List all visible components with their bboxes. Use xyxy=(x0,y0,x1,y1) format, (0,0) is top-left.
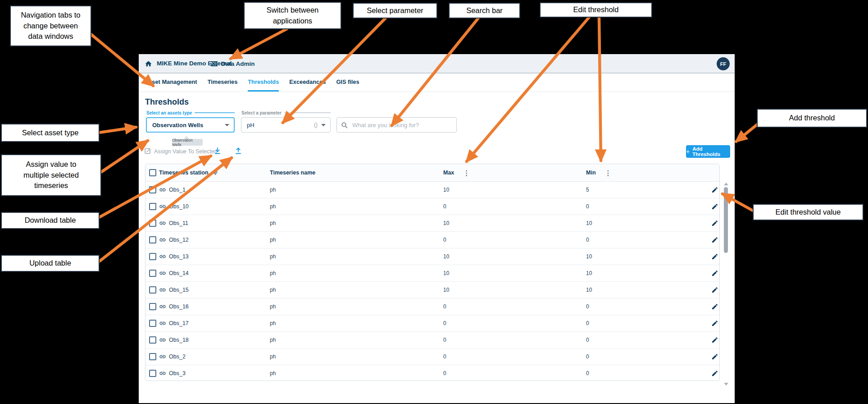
edit-pencil-icon[interactable] xyxy=(711,353,718,360)
tab-thresholds[interactable]: Thresholds xyxy=(248,73,279,92)
table-row: Obs_2 ph 0 0 xyxy=(145,349,719,365)
edit-pencil-icon[interactable] xyxy=(711,270,718,277)
link-icon[interactable] xyxy=(159,370,166,377)
callout-select-parameter: Select parameter xyxy=(353,3,437,18)
row-checkbox[interactable] xyxy=(149,336,156,344)
row-checkbox[interactable] xyxy=(149,236,156,243)
sort-icon[interactable] xyxy=(212,170,218,176)
row-checkbox[interactable] xyxy=(149,270,156,277)
scrollbar-thumb[interactable] xyxy=(724,187,728,253)
edit-pencil-icon[interactable] xyxy=(711,303,718,310)
avatar[interactable]: FF xyxy=(717,57,730,70)
download-icon[interactable] xyxy=(214,147,221,155)
tooltip: Observation Wells xyxy=(172,139,203,146)
station-cell: Obs_15 xyxy=(169,282,189,298)
link-icon[interactable] xyxy=(159,303,166,310)
workspace-title: MIKE Mine Demo External xyxy=(157,54,232,73)
edit-pencil-icon[interactable] xyxy=(711,236,718,243)
row-checkbox[interactable] xyxy=(149,370,156,377)
row-checkbox[interactable] xyxy=(149,303,156,310)
tab-asset-management[interactable]: Asset Management xyxy=(145,73,197,92)
row-checkbox[interactable] xyxy=(149,286,156,294)
max-cell: 0 xyxy=(443,332,446,349)
link-icon[interactable] xyxy=(159,203,166,210)
max-cell: 10 xyxy=(443,182,449,198)
search-box xyxy=(336,117,457,133)
scroll-down-icon[interactable] xyxy=(724,383,728,386)
current-app-name[interactable]: Data Admin xyxy=(221,54,255,73)
link-icon[interactable] xyxy=(159,236,166,243)
max-cell: 0 xyxy=(443,298,446,315)
edit-pencil-icon[interactable] xyxy=(711,286,718,294)
edit-pencil-icon[interactable] xyxy=(711,320,718,327)
max-cell: 0 xyxy=(443,232,446,248)
table-row: Obs_11 ph 10 10 xyxy=(145,215,719,232)
station-cell: Obs_11 xyxy=(169,215,188,232)
name-cell: ph xyxy=(270,332,276,349)
select-all-checkbox[interactable] xyxy=(149,169,156,176)
min-cell: 0 xyxy=(586,315,589,332)
tab-timeseries[interactable]: Timeseries xyxy=(208,73,238,92)
tab-exceedances[interactable]: Exceedances xyxy=(289,73,326,92)
edit-pencil-icon[interactable] xyxy=(711,336,718,344)
upload-icon[interactable] xyxy=(235,147,242,155)
row-checkbox[interactable] xyxy=(149,220,156,227)
link-icon[interactable] xyxy=(159,286,166,294)
asset-type-select[interactable]: Observation Wells xyxy=(146,117,235,133)
link-icon[interactable] xyxy=(159,270,166,277)
column-min[interactable]: Min ⋮ xyxy=(586,164,612,182)
callout-download-table: Download table xyxy=(1,212,100,229)
table-row: Obs_16 ph 0 0 xyxy=(145,298,719,315)
name-cell: ph xyxy=(270,182,276,198)
table-row: Obs_3 ph 0 0 xyxy=(145,365,719,381)
home-icon[interactable] xyxy=(145,60,152,68)
min-cell: 0 xyxy=(586,232,589,248)
min-cell: 0 xyxy=(586,349,589,365)
min-cell: 5 xyxy=(586,182,589,198)
link-icon[interactable] xyxy=(159,353,166,360)
min-cell: 10 xyxy=(586,248,592,265)
callout-upload-table: Upload table xyxy=(1,255,100,272)
kebab-menu-icon[interactable]: ⋮ xyxy=(463,170,470,176)
menu-icon[interactable] xyxy=(211,61,218,68)
table-scrollbar xyxy=(723,181,729,387)
table-body: Obs_1 ph 10 5 Obs_10 ph 0 0 Obs_11 ph 10… xyxy=(145,182,719,381)
thresholds-table: Timeseries station Timeseries name Max ⋮… xyxy=(145,164,720,381)
name-cell: ph xyxy=(270,298,276,315)
parameter-select[interactable]: pH () xyxy=(241,117,331,133)
edit-pencil-icon[interactable] xyxy=(711,186,718,193)
max-cell: 0 xyxy=(443,315,446,332)
column-max[interactable]: Max ⋮ xyxy=(443,164,470,182)
link-icon[interactable] xyxy=(159,320,166,327)
edit-pencil-icon[interactable] xyxy=(711,253,718,260)
edit-pencil-icon[interactable] xyxy=(711,220,718,227)
tab-gis-files[interactable]: GIS files xyxy=(336,73,359,92)
max-cell: 10 xyxy=(443,248,449,265)
min-cell: 0 xyxy=(586,298,589,315)
link-icon[interactable] xyxy=(159,336,166,344)
scroll-up-icon[interactable] xyxy=(724,183,728,185)
search-input[interactable] xyxy=(351,119,453,130)
add-thresholds-button[interactable]: + Add Thresholds xyxy=(686,145,730,158)
row-checkbox[interactable] xyxy=(149,253,156,260)
link-icon[interactable] xyxy=(159,220,166,227)
edit-pencil-icon[interactable] xyxy=(711,370,718,377)
column-timeseries-name[interactable]: Timeseries name xyxy=(270,164,315,182)
row-checkbox[interactable] xyxy=(149,353,156,360)
row-checkbox[interactable] xyxy=(149,186,156,193)
asset-type-label: Select an assets type xyxy=(146,110,235,115)
row-checkbox[interactable] xyxy=(149,320,156,327)
max-cell: 10 xyxy=(443,282,449,298)
edit-pencil-icon[interactable] xyxy=(711,203,718,210)
station-cell: Obs_17 xyxy=(169,315,189,332)
table-row: Obs_10 ph 0 0 xyxy=(145,198,719,215)
navigation-tabs: Asset Management Timeseries Thresholds E… xyxy=(139,73,735,92)
link-icon[interactable] xyxy=(159,253,166,260)
callout-search-bar: Search bar xyxy=(449,3,520,18)
link-icon[interactable] xyxy=(159,186,166,193)
row-checkbox[interactable] xyxy=(149,203,156,210)
caret-down-icon xyxy=(225,124,229,126)
station-cell: Obs_18 xyxy=(169,332,189,349)
column-timeseries-station[interactable]: Timeseries station xyxy=(159,164,218,182)
kebab-menu-icon[interactable]: ⋮ xyxy=(605,170,612,176)
